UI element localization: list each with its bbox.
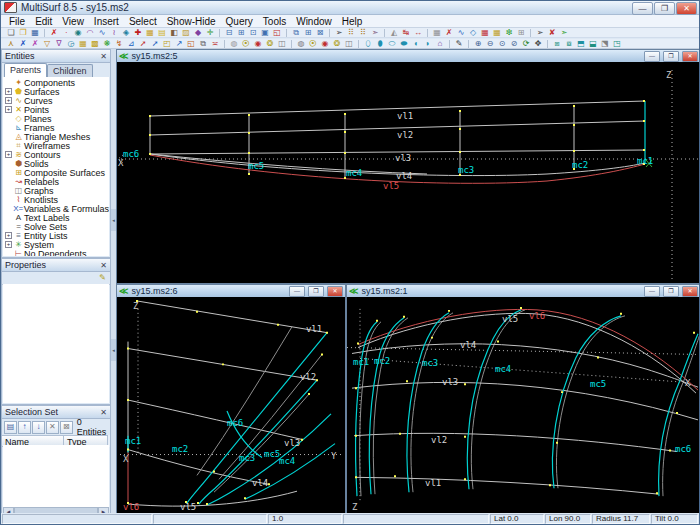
- open-file-icon[interactable]: ❐: [17, 28, 29, 38]
- menu-view[interactable]: View: [57, 15, 89, 28]
- insert-blended-point-icon[interactable]: ▽: [41, 39, 53, 49]
- save-file-icon[interactable]: ▦: [29, 28, 41, 38]
- rotate-view-icon[interactable]: ⟳: [520, 39, 532, 49]
- plane-tool-icon[interactable]: ◆: [192, 28, 204, 38]
- minimize-button[interactable]: —: [632, 2, 653, 15]
- display-shaded-icon[interactable]: ⬮: [374, 39, 386, 49]
- insert-ruled-surf-icon[interactable]: ◰: [161, 39, 173, 49]
- tab-parents[interactable]: Parents: [4, 63, 47, 77]
- menu-window[interactable]: Window: [291, 15, 337, 28]
- hide-selected-icon[interactable]: ◉: [252, 39, 264, 49]
- new-file-icon[interactable]: ❏: [5, 28, 17, 38]
- nudge-left-icon[interactable]: ↹: [400, 28, 412, 38]
- surface-tool-icon[interactable]: ◈: [120, 28, 132, 38]
- visibility-off-icon[interactable]: ◫: [343, 39, 355, 49]
- insert-bspline-icon[interactable]: ▦: [77, 39, 89, 49]
- export-3d-4-icon[interactable]: ⬓: [587, 39, 599, 49]
- grid-display-icon[interactable]: ▦: [431, 28, 443, 38]
- display-right-icon[interactable]: ◗: [422, 39, 434, 49]
- minimize-button[interactable]: —: [644, 286, 660, 297]
- viewport-title-bar[interactable]: ≪ sy15.ms2:5 — ❐ ✕: [117, 50, 700, 62]
- export-3d-2-icon[interactable]: ⧇: [563, 39, 575, 49]
- close-button[interactable]: ✕: [682, 51, 698, 62]
- insert-bead-icon[interactable]: ◶: [65, 39, 77, 49]
- display-left-icon[interactable]: ◖: [410, 39, 422, 49]
- tree-item-points[interactable]: +✕Points: [5, 105, 109, 114]
- menu-tools[interactable]: Tools: [258, 15, 291, 28]
- zoom-in-icon[interactable]: ⊕: [472, 39, 484, 49]
- viewport-canvas[interactable]: ZXvl1vl2vl3vl4vl5vl6mc1mc2mc3mc4mc5mc6: [347, 297, 700, 513]
- restore-button[interactable]: ❐: [308, 286, 324, 297]
- tree-item-no-dependents[interactable]: ⊢No Dependents: [5, 249, 109, 256]
- mesh-visibility-icon[interactable]: ▦: [491, 28, 503, 38]
- insert-helix-icon[interactable]: ↯: [113, 39, 125, 49]
- tree-item-planes[interactable]: ◇Planes: [5, 114, 109, 123]
- menu-help[interactable]: Help: [337, 15, 368, 28]
- render-tool-icon[interactable]: ▨: [180, 28, 192, 38]
- select-add-icon[interactable]: ⠿: [345, 28, 357, 38]
- title-bar[interactable]: MultiSurf 8.5 - sy15.ms2 — ❐ ✕: [1, 1, 699, 15]
- zoom-window-icon[interactable]: ⊙: [496, 39, 508, 49]
- viewport-canvas[interactable]: ZXvl1vl2vl3vl4vl5mc6mc5mc4mc3mc2mc1: [117, 62, 700, 282]
- show-set-icon[interactable]: ◫: [276, 39, 288, 49]
- move-down-button[interactable]: ↓: [32, 421, 45, 434]
- close-panel-icon[interactable]: ✕: [100, 52, 107, 61]
- pan-view-icon[interactable]: ✥: [532, 39, 544, 49]
- show-parents-icon[interactable]: ❂: [264, 39, 276, 49]
- zoom-previous-icon[interactable]: ⊘: [508, 39, 520, 49]
- export-3d-3-icon[interactable]: ⬒: [575, 39, 587, 49]
- expand-icon[interactable]: +: [5, 232, 12, 239]
- pick-delete-icon[interactable]: ✘: [546, 28, 558, 38]
- magnet-tool-icon[interactable]: ✚: [132, 28, 144, 38]
- delete-entity-icon[interactable]: ✗: [48, 28, 60, 38]
- close-panel-icon[interactable]: ✕: [100, 261, 107, 270]
- properties-panel-header[interactable]: Properties ✕: [2, 259, 110, 272]
- entities-panel-header[interactable]: Entities ✕: [2, 50, 110, 63]
- expand-icon[interactable]: +: [5, 97, 12, 104]
- close-panel-icon[interactable]: ✕: [100, 408, 107, 417]
- bead-tool-icon[interactable]: ◉: [72, 28, 84, 38]
- selection-list-button[interactable]: ▤: [4, 421, 17, 434]
- measure-icon[interactable]: ◭: [388, 28, 400, 38]
- tree-item-contours[interactable]: +≋Contours: [5, 150, 109, 159]
- point-tool-icon[interactable]: ∙: [60, 28, 72, 38]
- visibility-parents-icon[interactable]: ⦿: [307, 39, 319, 49]
- curve-visibility-icon[interactable]: ∿: [455, 28, 467, 38]
- table-view-icon[interactable]: ⊞: [515, 28, 527, 38]
- surface-visibility-icon[interactable]: ◇: [467, 28, 479, 38]
- view-layout-2-icon[interactable]: ⊞: [302, 28, 314, 38]
- remove-item-button[interactable]: ✕: [46, 421, 59, 434]
- properties-body[interactable]: [3, 284, 109, 403]
- expand-icon[interactable]: +: [5, 88, 12, 95]
- restore-button[interactable]: ❐: [663, 51, 679, 62]
- restore-button[interactable]: ❐: [663, 286, 679, 297]
- tree-item-curves[interactable]: +∿Curves: [5, 96, 109, 105]
- display-home-icon[interactable]: ⌂: [434, 39, 446, 49]
- snake-tool-icon[interactable]: ≀: [108, 28, 120, 38]
- insert-mirrored-point-icon[interactable]: ✗: [29, 39, 41, 49]
- insert-rev-surf-icon[interactable]: ◱: [185, 39, 197, 49]
- tab-children[interactable]: Children: [47, 64, 93, 77]
- mesh-tool-icon[interactable]: ▤: [156, 28, 168, 38]
- show-all-icon[interactable]: ◍: [228, 39, 240, 49]
- display-wireframe-icon[interactable]: ⬯: [362, 39, 374, 49]
- nudge-right-icon[interactable]: ↔: [412, 28, 424, 38]
- export-3d-1-icon[interactable]: ⧈: [551, 39, 563, 49]
- display-hidden-line-icon[interactable]: ⬭: [386, 39, 398, 49]
- ring-tool-icon[interactable]: ◠: [84, 28, 96, 38]
- hide-x-icon[interactable]: ✗: [443, 28, 455, 38]
- net-tool-icon[interactable]: ▦: [144, 28, 156, 38]
- window-cascade-icon[interactable]: ⊟: [223, 28, 235, 38]
- clear-selection-button[interactable]: ⊠: [60, 421, 73, 434]
- viewport-title-bar[interactable]: ≪ sy15.ms2:1 — ❐ ✕: [347, 285, 700, 297]
- viewport-title-bar[interactable]: ≪ sy15.ms2:6 — ❐ ✕: [117, 285, 345, 297]
- insert-projected-point-icon[interactable]: ✗: [17, 39, 29, 49]
- viewport-canvas[interactable]: ZXYvl1vl2vl3vl4vl5vl6mc1mc2mc3mc5mc4mc6: [117, 297, 345, 513]
- menu-query[interactable]: Query: [221, 15, 258, 28]
- select-remove-icon[interactable]: ⠿: [357, 28, 369, 38]
- insert-copy-icon[interactable]: ⧉: [197, 39, 209, 49]
- insert-proj-curve-icon[interactable]: ➚: [149, 39, 161, 49]
- tree-item-entity-lists[interactable]: +≡Entity Lists: [5, 231, 109, 240]
- expand-icon[interactable]: +: [5, 106, 12, 113]
- annotate-pen-icon[interactable]: ✎: [453, 39, 465, 49]
